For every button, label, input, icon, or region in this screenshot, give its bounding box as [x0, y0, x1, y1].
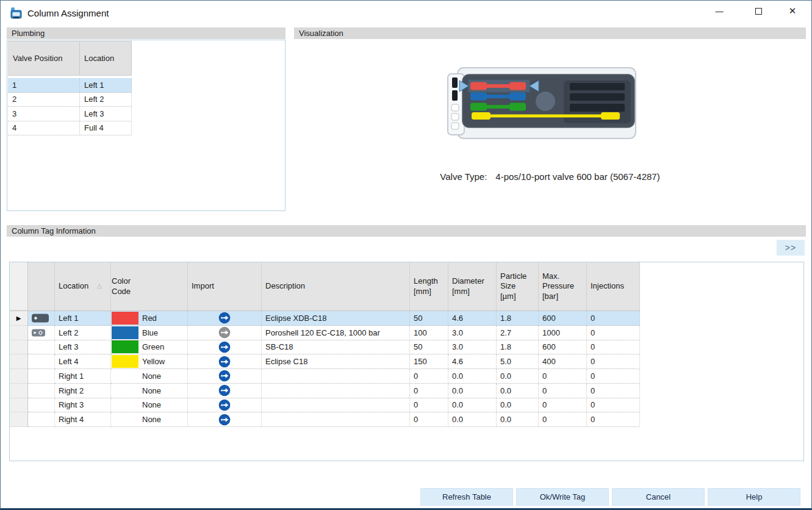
cell-description[interactable] [262, 412, 410, 427]
cell-max-pressure[interactable]: 0 [539, 398, 587, 413]
header-location[interactable]: Location△ [55, 262, 111, 311]
cell-location[interactable]: Right 3 [55, 398, 111, 413]
cell-injections[interactable]: 0 [587, 369, 640, 384]
header-import[interactable]: Import [188, 262, 262, 311]
cell-particle-size[interactable]: 1.8 [497, 311, 539, 326]
cell-diameter[interactable]: 4.6 [448, 354, 497, 369]
plumbing-header-valve-position[interactable]: Valve Position [8, 41, 80, 76]
row-selector-cell[interactable] [10, 384, 28, 398]
cancel-button[interactable]: Cancel [612, 488, 705, 506]
cell-diameter[interactable]: 3.0 [448, 340, 497, 355]
cell-particle-size[interactable]: 1.8 [497, 340, 539, 355]
cell-max-pressure[interactable]: 0 [539, 384, 587, 398]
plumbing-header-location[interactable]: Location [80, 41, 132, 76]
table-row[interactable]: Right 1 None 0 0.0 0.0 0 0 [10, 369, 803, 384]
import-button[interactable] [218, 414, 231, 426]
row-selector-cell[interactable]: ▶ [10, 311, 28, 326]
import-button[interactable] [218, 312, 231, 324]
location-cell[interactable]: Left 1 [80, 78, 132, 93]
plumbing-row[interactable]: 4 Full 4 [8, 121, 132, 136]
cell-location[interactable]: Right 1 [55, 369, 111, 384]
cell-length[interactable]: 50 [410, 340, 448, 355]
cell-injections[interactable]: 0 [587, 412, 640, 427]
header-particle-size[interactable]: Particle Size [µm] [497, 262, 539, 311]
cell-color-code[interactable]: None [111, 398, 188, 413]
cell-max-pressure[interactable]: 1000 [539, 326, 587, 340]
cell-injections[interactable]: 0 [587, 311, 640, 326]
cell-max-pressure[interactable]: 0 [539, 412, 587, 427]
cell-location[interactable]: Left 3 [55, 340, 111, 355]
cell-length[interactable]: 0 [410, 369, 448, 384]
cell-color-code[interactable]: Red [111, 311, 188, 326]
cell-location[interactable]: Left 4 [55, 354, 111, 369]
cell-length[interactable]: 0 [410, 384, 448, 398]
cell-diameter[interactable]: 0.0 [448, 384, 497, 398]
cell-max-pressure[interactable]: 400 [539, 354, 587, 369]
row-selector-cell[interactable] [10, 340, 28, 355]
valve-position-cell[interactable]: 3 [8, 107, 80, 121]
cell-injections[interactable]: 0 [587, 326, 640, 340]
valve-position-cell[interactable]: 4 [8, 121, 80, 136]
table-row[interactable]: Right 3 None 0 0.0 0.0 0 0 [10, 398, 803, 413]
help-button[interactable]: Help [708, 488, 800, 506]
cell-particle-size[interactable]: 0.0 [497, 412, 539, 427]
cell-length[interactable]: 0 [410, 398, 448, 413]
expand-table-button[interactable]: >> [777, 240, 805, 256]
ok-write-tag-button[interactable]: Ok/Write Tag [516, 488, 609, 506]
row-selector-cell[interactable] [10, 354, 28, 369]
cell-color-code[interactable]: Green [111, 340, 188, 355]
cell-description[interactable] [262, 398, 410, 413]
row-selector-cell[interactable] [10, 412, 28, 427]
table-row[interactable]: Right 4 None 0 0.0 0.0 0 0 [10, 412, 803, 427]
import-button[interactable] [218, 326, 231, 339]
cell-length[interactable]: 0 [410, 412, 448, 427]
cell-particle-size[interactable]: 2.7 [497, 326, 539, 340]
cell-injections[interactable]: 0 [587, 398, 640, 413]
plumbing-row[interactable]: 3 Left 3 [8, 107, 132, 121]
cell-color-code[interactable]: None [111, 384, 188, 398]
import-button[interactable] [218, 341, 231, 353]
header-diameter[interactable]: Diameter [mm] [448, 262, 497, 311]
cell-length[interactable]: 50 [410, 311, 448, 326]
header-length[interactable]: Length [mm] [410, 262, 448, 311]
cell-max-pressure[interactable]: 600 [539, 340, 587, 355]
minimize-button[interactable]: — [705, 1, 733, 21]
cell-location[interactable]: Left 2 [55, 326, 111, 340]
close-button[interactable]: ✕ [778, 1, 807, 21]
cell-diameter[interactable]: 3.0 [448, 326, 497, 340]
header-description[interactable]: Description [262, 262, 410, 311]
cell-injections[interactable]: 0 [587, 340, 640, 355]
valve-position-cell[interactable]: 1 [8, 78, 80, 93]
cell-color-code[interactable]: Blue [111, 326, 188, 340]
cell-description[interactable]: Poroshell 120 EC-C18, 1000 bar [262, 326, 410, 340]
cell-max-pressure[interactable]: 600 [539, 311, 587, 326]
cell-length[interactable]: 150 [410, 354, 448, 369]
cell-injections[interactable]: 0 [587, 384, 640, 398]
refresh-table-button[interactable]: Refresh Table [420, 488, 513, 506]
import-button[interactable] [218, 384, 231, 397]
location-cell[interactable]: Left 2 [80, 93, 132, 107]
maximize-button[interactable] [744, 1, 772, 21]
cell-description[interactable]: Eclipse C18 [262, 354, 410, 369]
cell-location[interactable]: Right 2 [55, 384, 111, 398]
table-row[interactable]: ▶ Left 1 Red Eclipse XDB-C18 50 4.6 1.8 … [10, 311, 803, 326]
cell-description[interactable] [262, 369, 410, 384]
plumbing-row[interactable]: 2 Left 2 [8, 93, 132, 107]
cell-color-code[interactable]: Yellow [111, 354, 188, 369]
cell-diameter[interactable]: 0.0 [448, 412, 497, 427]
location-cell[interactable]: Full 4 [80, 121, 132, 136]
table-row[interactable]: Left 2 Blue Poroshell 120 EC-C18, 1000 b… [10, 326, 803, 340]
cell-particle-size[interactable]: 5.0 [497, 354, 539, 369]
cell-description[interactable]: Eclipse XDB-C18 [262, 311, 410, 326]
row-selector-cell[interactable] [10, 369, 28, 384]
header-max-pressure[interactable]: Max. Pressure [bar] [539, 262, 587, 311]
cell-particle-size[interactable]: 0.0 [497, 384, 539, 398]
cell-particle-size[interactable]: 0.0 [497, 398, 539, 413]
cell-max-pressure[interactable]: 0 [539, 369, 587, 384]
import-button[interactable] [218, 370, 231, 382]
table-row[interactable]: Right 2 None 0 0.0 0.0 0 0 [10, 384, 803, 398]
import-button[interactable] [218, 399, 231, 411]
plumbing-row[interactable]: 1 Left 1 [8, 78, 132, 93]
header-color-code[interactable]: Color Code [111, 262, 188, 311]
cell-diameter[interactable]: 0.0 [448, 398, 497, 413]
